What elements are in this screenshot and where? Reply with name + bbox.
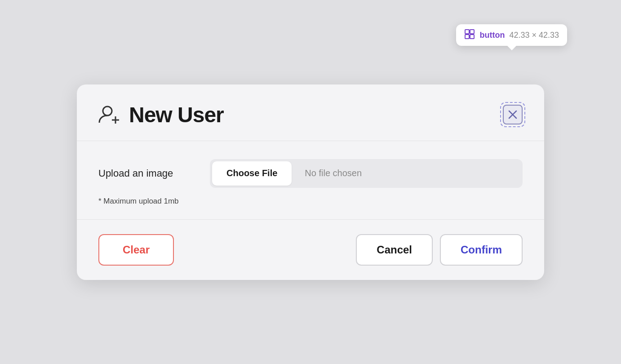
tooltip-type-label: button <box>479 31 505 40</box>
footer-right-buttons: Cancel Confirm <box>356 234 523 266</box>
x-icon <box>507 109 519 120</box>
clear-button[interactable]: Clear <box>98 234 174 266</box>
svg-point-4 <box>103 107 112 115</box>
max-upload-note: * Maximum upload 1mb <box>98 197 523 206</box>
new-user-dialog: New User Upload an image Choose File No … <box>77 84 544 280</box>
upload-label: Upload an image <box>98 168 197 179</box>
dialog-title: New User <box>129 102 224 127</box>
dialog-body: Upload an image Choose File No file chos… <box>77 141 544 220</box>
close-button-wrapper <box>503 105 523 124</box>
file-input-container: Choose File No file chosen <box>210 159 523 188</box>
close-button[interactable] <box>503 105 523 124</box>
dialog-footer: Clear Cancel Confirm <box>77 220 544 280</box>
tooltip-dimensions: 42.33 × 42.33 <box>509 31 559 40</box>
header-left: New User <box>98 102 224 127</box>
svg-rect-2 <box>465 35 469 39</box>
svg-rect-1 <box>470 30 474 34</box>
svg-rect-0 <box>465 30 469 34</box>
button-grid-icon <box>464 29 475 41</box>
tooltip-bubble: button 42.33 × 42.33 <box>456 24 567 46</box>
user-add-icon <box>98 103 122 126</box>
confirm-button[interactable]: Confirm <box>440 234 523 266</box>
svg-rect-3 <box>470 35 474 39</box>
upload-row: Upload an image Choose File No file chos… <box>98 159 523 188</box>
dialog-header: New User <box>77 84 544 141</box>
no-file-text: No file chosen <box>294 159 523 188</box>
choose-file-button[interactable]: Choose File <box>212 161 292 186</box>
cancel-button[interactable]: Cancel <box>356 234 433 266</box>
